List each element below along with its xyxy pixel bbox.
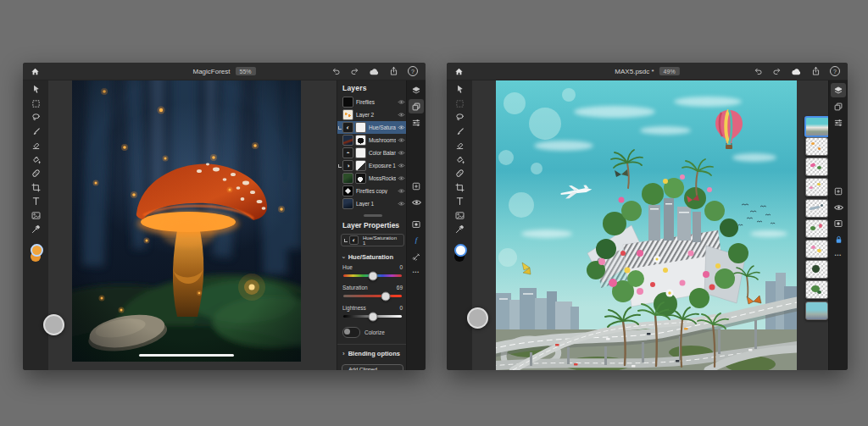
layer-thumbnail[interactable] [342,109,353,120]
layer-mask-thumbnail[interactable] [355,160,366,171]
layer-visibility-icon[interactable] [398,175,405,181]
foreground-color-chip[interactable] [454,244,467,257]
layers-icon[interactable] [409,83,424,97]
lasso-tool[interactable] [450,112,469,123]
touch-shortcut-button[interactable] [43,314,64,335]
lightness-slider-knob[interactable] [368,312,377,321]
layer-thumbnail-plants-balloon[interactable] [805,219,828,238]
layer-visibility-icon[interactable] [398,163,405,169]
layer-thumbnail[interactable] [342,198,353,209]
type-tool[interactable] [450,196,469,207]
help-icon[interactable]: ? [408,66,418,76]
layer-mask-icon[interactable] [409,217,424,231]
zoom-level-badge[interactable]: 55% [236,67,256,75]
move-tool[interactable] [450,84,469,95]
touch-shortcut-button[interactable] [467,307,488,329]
layer-visibility-icon[interactable] [398,124,405,130]
layer-thumbnail[interactable] [342,173,353,184]
more-options-icon[interactable]: ••• [409,265,424,279]
eraser-tool[interactable] [450,140,469,151]
zoom-level-badge[interactable]: 49% [659,67,680,75]
layer-thumbnail-composite[interactable] [804,116,830,137]
layer-visibility-icon[interactable] [398,99,405,105]
brush-tool[interactable] [450,126,469,137]
blending-options-toggle[interactable]: › Blending options [337,344,408,362]
fill-tool[interactable] [26,154,45,165]
redo-icon[interactable] [772,67,782,76]
layer-thumbnail-dark-plants[interactable] [805,260,828,279]
layer-visibility-icon[interactable] [398,188,405,194]
selected-layer-field[interactable]: ◐ Hue/Saturation 1 [341,234,404,246]
layer-mask-thumbnail[interactable] [355,135,366,146]
transform-tool[interactable] [450,98,469,109]
saturation-slider-track[interactable] [343,295,402,297]
place-image-tool[interactable] [450,210,469,221]
eraser-tool[interactable] [26,140,45,151]
lightness-slider-track[interactable] [343,315,402,318]
transform-tool[interactable] [26,98,45,109]
healing-brush-tool[interactable] [450,168,469,179]
layer-visibility-icon[interactable] [398,137,405,143]
lock-icon[interactable] [831,232,846,246]
layer-row[interactable]: MushroomsFinal [337,134,408,147]
layer-row[interactable]: ◑ Exposure 1 [337,159,408,172]
home-indicator[interactable] [139,354,234,357]
layer-properties-icon[interactable] [409,115,424,130]
layer-visibility-icon[interactable] [398,150,405,156]
canvas-magicforest[interactable] [72,80,301,362]
undo-icon[interactable] [331,67,341,76]
visibility-icon[interactable] [409,195,424,209]
undo-icon[interactable] [754,67,763,76]
layer-row[interactable]: Layer 2 [337,108,408,121]
share-icon[interactable] [389,66,398,76]
compact-layers-icon[interactable] [831,99,846,113]
crop-tool[interactable] [450,182,469,193]
add-layer-icon[interactable] [831,184,846,198]
layer-thumbnail-flowers[interactable] [805,240,828,258]
hue-slider-track[interactable] [343,274,402,277]
layer-row[interactable]: Fireflies [337,96,408,108]
layer-properties-icon[interactable] [831,115,846,130]
adjustment-layer-icon[interactable]: ◓ [342,147,353,158]
layer-row[interactable]: MossRocks [337,172,408,185]
layer-row[interactable]: Fireflies copy [337,185,408,197]
layer-thumbnail-petals[interactable] [805,178,828,196]
layer-thumbnail-fireflies[interactable] [805,137,828,156]
layer-visibility-icon[interactable] [398,201,405,207]
home-icon[interactable] [31,67,40,76]
cloud-sync-icon[interactable] [369,67,380,76]
hue-slider-knob[interactable] [368,271,377,280]
layer-row[interactable]: ◓ Color Balance 1 [337,147,408,159]
lasso-tool[interactable] [26,112,45,123]
adjustment-layer-icon[interactable]: ◐ [342,122,353,133]
color-swatch[interactable] [29,244,42,263]
fill-tool[interactable] [450,154,469,165]
layer-thumbnail-flowers-butterflies[interactable] [805,158,828,176]
more-options-icon[interactable]: ••• [831,248,846,263]
fx-icon[interactable]: f [409,233,424,247]
brush-tool[interactable] [26,126,45,137]
layer-thumbnail-plane[interactable] [805,199,828,218]
foreground-color-chip[interactable] [31,244,43,257]
move-tool[interactable] [26,84,45,95]
layer-thumbnail-green-plants[interactable] [805,280,828,299]
home-icon[interactable] [454,67,464,76]
help-icon[interactable]: ? [830,66,840,76]
adjustment-layer-icon[interactable]: ◑ [342,160,353,171]
layer-row-selected[interactable]: ◐ Hue/Saturation 1 [337,121,408,134]
layer-thumbnail-city-background[interactable] [805,302,828,320]
panel-drag-handle[interactable] [364,214,382,217]
healing-brush-tool[interactable] [26,168,45,179]
eyedropper-tool[interactable] [26,224,45,235]
layer-thumbnail[interactable] [342,185,353,196]
layers-icon[interactable] [831,83,846,97]
compact-layers-icon[interactable] [409,99,424,113]
redo-icon[interactable] [350,67,359,76]
share-icon[interactable] [811,66,821,76]
color-swatch[interactable] [453,244,466,263]
saturation-slider-knob[interactable] [381,291,390,301]
visibility-icon[interactable] [831,200,846,214]
hue-saturation-section-toggle[interactable]: › Hue/Saturation [337,248,408,262]
layer-row[interactable]: Layer 1 [337,197,408,210]
add-clipped-adjustment-button[interactable]: ◐ Add Clipped Adjustment [342,364,403,370]
